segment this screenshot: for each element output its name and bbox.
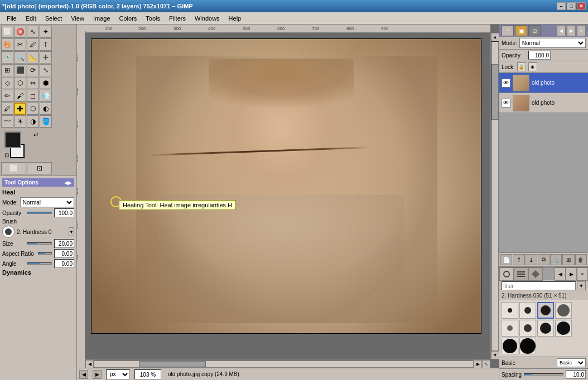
tool-quick-mask[interactable]: ⬜ bbox=[1, 162, 26, 174]
nav-next-btn[interactable]: ▶ bbox=[93, 370, 102, 379]
layer-mode-select[interactable]: Normal bbox=[519, 38, 586, 48]
tool-view-mode[interactable]: ⊡ bbox=[27, 162, 52, 174]
merge-visible-btn[interactable]: ⊞ bbox=[562, 254, 574, 265]
size-slider[interactable] bbox=[27, 242, 52, 245]
brush-item-9[interactable] bbox=[502, 338, 518, 354]
layer-row-2[interactable]: 👁 old photo bbox=[499, 93, 588, 113]
tool-scale[interactable]: ⤡ bbox=[40, 64, 52, 76]
mode-select[interactable]: Normal bbox=[20, 197, 74, 207]
brush-item-4[interactable] bbox=[555, 302, 572, 319]
tool-smudge[interactable]: 〰 bbox=[1, 115, 13, 128]
menu-windows[interactable]: Windows bbox=[190, 14, 224, 23]
brushes-tab-diamond[interactable] bbox=[528, 267, 543, 281]
lock-alpha-icon[interactable]: ◈ bbox=[528, 62, 537, 71]
tool-options-expand[interactable]: ◀▶ bbox=[64, 180, 72, 186]
tool-align[interactable]: ⊞ bbox=[1, 64, 13, 76]
aspect-value[interactable] bbox=[54, 249, 74, 258]
tool-heal[interactable]: ✚ bbox=[14, 103, 26, 115]
brush-item-3[interactable] bbox=[537, 302, 554, 319]
canvas-image[interactable] bbox=[91, 38, 481, 334]
tool-ellipse-select[interactable]: ⭕ bbox=[14, 26, 26, 38]
lock-pixels-icon[interactable]: 🔒 bbox=[517, 62, 526, 71]
tool-cage[interactable]: ⬢ bbox=[40, 77, 52, 89]
scroll-h-handle[interactable] bbox=[139, 361, 206, 367]
scroll-right-btn[interactable]: ▶ bbox=[474, 360, 482, 368]
raise-layer-btn[interactable]: ⤒ bbox=[513, 254, 524, 265]
brush-item-8[interactable] bbox=[555, 320, 572, 337]
menu-help[interactable]: Help bbox=[224, 14, 246, 23]
brushes-tab-circles[interactable] bbox=[499, 267, 514, 281]
tool-color-picker[interactable]: 💉 bbox=[1, 51, 13, 64]
tool-paths[interactable]: 🖊 bbox=[27, 38, 39, 51]
angle-slider[interactable] bbox=[27, 262, 52, 265]
layer-row-1[interactable]: 👁 old photo bbox=[499, 73, 588, 93]
brush-item-2[interactable] bbox=[519, 302, 536, 319]
tool-measure[interactable]: 📐 bbox=[27, 51, 39, 64]
tool-text[interactable]: T bbox=[40, 38, 52, 51]
menu-select[interactable]: Select bbox=[41, 14, 67, 23]
brush-filter-dropdown[interactable]: ▼ bbox=[577, 281, 586, 290]
new-layer-btn[interactable]: 📄 bbox=[500, 254, 512, 265]
maximize-button[interactable]: □ bbox=[567, 2, 576, 10]
lower-layer-btn[interactable]: ⤓ bbox=[526, 254, 537, 265]
close-button[interactable]: ✕ bbox=[577, 2, 586, 10]
tool-ink[interactable]: 🖊 bbox=[1, 103, 13, 115]
menu-view[interactable]: View bbox=[66, 14, 89, 23]
nav-prev-btn[interactable]: ◀ bbox=[79, 370, 88, 379]
swap-colors-icon[interactable]: ⇄ bbox=[33, 131, 38, 138]
size-value[interactable] bbox=[54, 239, 74, 248]
menu-edit[interactable]: Edit bbox=[21, 14, 41, 23]
tool-fill[interactable]: 🪣 bbox=[40, 115, 52, 128]
scroll-down-btn[interactable]: ▼ bbox=[491, 351, 499, 359]
vertical-scrollbar[interactable]: ▲ ▼ bbox=[490, 33, 499, 359]
tool-rotate[interactable]: ⟳ bbox=[27, 64, 39, 76]
brushes-scroll-right[interactable]: ▶ bbox=[566, 267, 577, 281]
tool-pencil[interactable]: ✏ bbox=[1, 90, 13, 102]
brush-category-select[interactable]: Basic Classic Sketch bbox=[557, 358, 586, 367]
panel-scroll-left[interactable]: ◀ bbox=[557, 25, 566, 36]
tool-perspective[interactable]: ⬡ bbox=[14, 77, 26, 89]
tool-eraser[interactable]: ◻ bbox=[27, 90, 39, 102]
panel-scroll-right[interactable]: ▶ bbox=[567, 25, 576, 36]
brush-item-1[interactable] bbox=[502, 302, 518, 319]
opacity-value[interactable] bbox=[54, 208, 74, 217]
scroll-left-btn[interactable]: ◀ bbox=[85, 360, 94, 368]
brush-item-6[interactable] bbox=[519, 320, 536, 337]
tool-crop[interactable]: ⬛ bbox=[14, 64, 26, 76]
menu-image[interactable]: Image bbox=[89, 14, 115, 23]
tool-airbrush[interactable]: 💨 bbox=[40, 90, 52, 102]
nav-corner-btn[interactable]: ⤡ bbox=[482, 360, 490, 368]
opacity-input-right[interactable] bbox=[528, 51, 551, 60]
tool-zoom[interactable]: 🔍 bbox=[14, 51, 26, 64]
panel-expand-btn[interactable]: × bbox=[577, 25, 586, 36]
opacity-slider[interactable] bbox=[27, 212, 52, 214]
scroll-h-track[interactable] bbox=[94, 360, 474, 368]
brushes-expand-btn[interactable]: × bbox=[577, 267, 588, 281]
channels-tab-icon[interactable]: ▣ bbox=[515, 25, 527, 36]
tool-rect-select[interactable]: ⬜ bbox=[1, 26, 13, 38]
layers-tab-icon[interactable]: ≡ bbox=[502, 25, 514, 36]
tool-fuzzy-select[interactable]: ✦ bbox=[40, 26, 52, 38]
angle-value[interactable] bbox=[54, 259, 74, 268]
tool-desaturate[interactable]: ◑ bbox=[27, 115, 39, 128]
brush-filter-input[interactable] bbox=[502, 281, 576, 290]
delete-layer-btn[interactable]: 🗑 bbox=[575, 254, 587, 265]
reset-colors-icon[interactable]: ⊡ bbox=[4, 152, 9, 158]
scroll-v-handle[interactable] bbox=[491, 64, 499, 120]
tool-scissors[interactable]: ✂ bbox=[14, 38, 26, 51]
brush-expand-btn[interactable]: ▼ bbox=[69, 227, 74, 236]
aspect-slider[interactable] bbox=[38, 252, 52, 255]
spacing-slider[interactable] bbox=[524, 373, 563, 376]
scroll-v-track[interactable] bbox=[491, 41, 499, 351]
menu-file[interactable]: File bbox=[2, 14, 21, 23]
horizontal-scrollbar[interactable]: ◀ ▶ ⤡ bbox=[85, 359, 490, 368]
anchor-layer-btn[interactable]: ⚓ bbox=[550, 254, 562, 265]
brush-item-10[interactable] bbox=[519, 338, 536, 354]
tool-free-select[interactable]: ∿ bbox=[27, 26, 39, 38]
tool-dodge-burn[interactable]: ☀ bbox=[14, 115, 26, 128]
scroll-up-btn[interactable]: ▲ bbox=[491, 33, 499, 41]
tool-select-by-color[interactable]: 🎨 bbox=[1, 38, 13, 51]
layer-visibility-2[interactable]: 👁 bbox=[502, 99, 510, 108]
menu-colors[interactable]: Colors bbox=[115, 14, 142, 23]
duplicate-layer-btn[interactable]: ⧉ bbox=[538, 254, 550, 265]
